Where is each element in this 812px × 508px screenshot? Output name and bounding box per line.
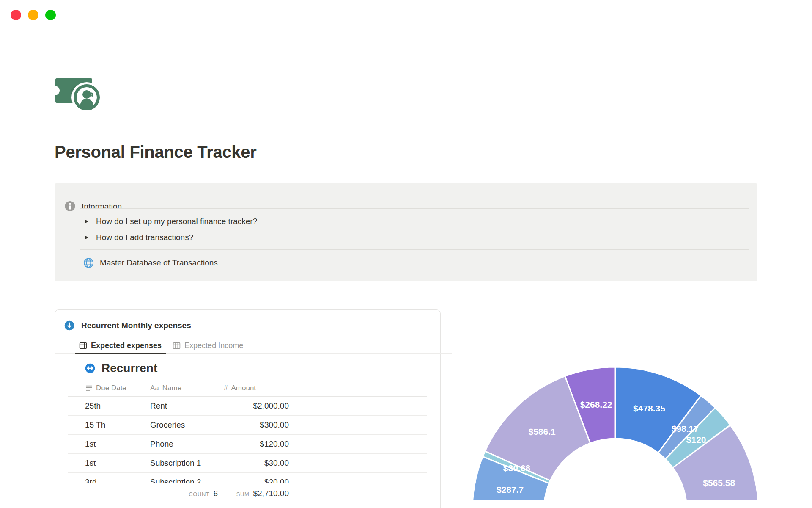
due-date-cell[interactable]: 25th <box>68 401 150 411</box>
table-icon <box>79 342 87 350</box>
name-cell[interactable]: Rent <box>150 401 224 411</box>
divider <box>80 249 749 250</box>
column-label[interactable]: Amount <box>231 384 256 392</box>
column-label[interactable]: Due Date <box>96 384 126 392</box>
record-link[interactable]: Subscription 1 <box>150 458 201 468</box>
name-cell[interactable]: Groceries <box>150 420 224 430</box>
record-link[interactable]: Rent <box>150 401 167 411</box>
minimize-button[interactable] <box>28 10 38 20</box>
page-title: Personal Finance Tracker <box>55 143 257 162</box>
record-link[interactable]: Phone <box>150 439 173 449</box>
due-date-cell[interactable]: 1st <box>68 439 150 449</box>
globe-icon <box>83 257 94 269</box>
column-name[interactable]: Aa Name <box>150 384 224 392</box>
tab-label[interactable]: Expected Income <box>184 341 243 350</box>
information-callout: Information How do I set up my personal … <box>55 183 757 281</box>
amount-cell[interactable]: $20.00 <box>224 478 289 483</box>
view-tabs: Expected expenses Expected Income <box>55 338 452 354</box>
table-body: 25thRent$2,000.0015 ThGroceries$300.001s… <box>68 397 427 483</box>
segment-value-label: $268.22 <box>580 400 612 409</box>
due-date-cell[interactable]: 15 Th <box>68 420 150 430</box>
record-link[interactable]: Groceries <box>150 420 185 430</box>
text-type-icon: Aa <box>150 384 159 392</box>
toggle-add-transactions-question[interactable]: How do I add transactions? <box>85 233 193 242</box>
toggle-label[interactable]: How do I add transactions? <box>96 233 193 242</box>
link-label[interactable]: Master Database of Transactions <box>100 258 218 268</box>
due-date-cell[interactable]: 1st <box>68 458 150 468</box>
table-row: 25thRent$2,000.00 <box>68 397 427 416</box>
expenses-donut-chart: $478.35$98.17$120$565.58$268.22$586.1$30… <box>472 367 758 500</box>
table-row: 1stSubscription 1$30.00 <box>68 454 427 473</box>
due-date-cell[interactable]: 3rd <box>68 478 150 483</box>
name-cell[interactable]: Subscription 1 <box>150 458 224 468</box>
number-icon: # <box>224 384 228 392</box>
amount-cell[interactable]: $2,000.00 <box>224 401 289 411</box>
table-row: 3rdSubscription 2$20.00 <box>68 473 427 483</box>
table-footer: COUNT 6 SUM $2,710.00 <box>68 483 427 504</box>
count-label: COUNT <box>189 491 209 497</box>
table-row: 15 ThGroceries$300.00 <box>68 416 427 435</box>
table-icon <box>173 342 181 350</box>
recurrent-section-heading: Recurrent <box>85 362 157 375</box>
amount-cell[interactable]: $120.00 <box>224 439 289 449</box>
segment-value-label: $98.17 <box>672 424 699 433</box>
segment-value-label: $586.1 <box>528 427 556 436</box>
card-title: Recurrent Monthly expenses <box>81 321 191 330</box>
count-value: 6 <box>213 489 218 498</box>
column-due-date[interactable]: Due Date <box>68 384 150 392</box>
card-header: Recurrent Monthly expenses <box>64 320 191 331</box>
segment-value-label: $287.7 <box>497 485 524 494</box>
master-database-link[interactable]: Master Database of Transactions <box>83 257 218 269</box>
name-cell[interactable]: Subscription 2 <box>150 478 224 483</box>
amount-cell[interactable]: $300.00 <box>224 420 289 430</box>
info-icon <box>64 201 76 212</box>
count-calculation[interactable]: COUNT 6 <box>189 489 224 498</box>
toggle-setup-question[interactable]: How do I set up my personal finance trac… <box>85 217 257 226</box>
segment-value-label: $478.35 <box>633 403 665 413</box>
segment-value-label: $30.68 <box>503 463 531 473</box>
tab-expected-expenses[interactable]: Expected expenses <box>75 338 166 353</box>
segment-value-label: $120 <box>686 435 706 444</box>
sum-calculation[interactable]: SUM $2,710.00 <box>236 489 289 498</box>
callout-title: Information <box>82 202 122 211</box>
segment-value-label: $565.58 <box>703 478 735 488</box>
amount-cell[interactable]: $30.00 <box>224 458 289 468</box>
circle-down-arrow-icon <box>64 320 74 331</box>
column-amount[interactable]: # Amount <box>224 384 427 392</box>
section-title: Recurrent <box>102 362 157 375</box>
toggle-triangle-icon[interactable] <box>85 219 88 224</box>
recurrent-expenses-card: Recurrent Monthly expenses Expected expe… <box>55 309 441 508</box>
sum-label: SUM <box>236 491 250 497</box>
money-banknote-icon[interactable] <box>55 77 101 111</box>
column-label[interactable]: Name <box>162 384 181 392</box>
sum-value: $2,710.00 <box>253 489 289 498</box>
table-header-row: Due Date Aa Name # Amount <box>68 380 427 397</box>
table-row: 1stPhone$120.00 <box>68 435 427 454</box>
toggle-label[interactable]: How do I set up my personal finance trac… <box>96 217 257 226</box>
divider <box>80 208 749 209</box>
tab-expected-income[interactable]: Expected Income <box>168 338 247 353</box>
zoom-button[interactable] <box>45 10 56 20</box>
tab-label[interactable]: Expected expenses <box>91 341 162 350</box>
close-button[interactable] <box>11 10 21 20</box>
toggle-triangle-icon[interactable] <box>85 235 88 240</box>
window-controls <box>11 10 56 20</box>
circle-left-right-arrow-icon <box>85 363 95 373</box>
list-icon <box>85 384 93 392</box>
name-cell[interactable]: Phone <box>150 439 224 449</box>
record-link[interactable]: Subscription 2 <box>150 478 201 483</box>
